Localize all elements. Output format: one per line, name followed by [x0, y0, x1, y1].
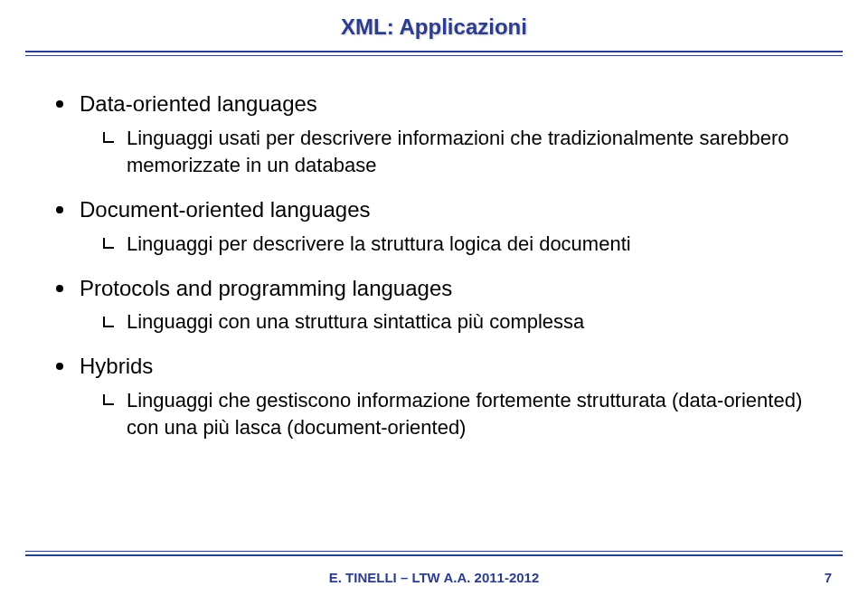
list-item-label: Data-oriented languages [80, 91, 317, 116]
list-subitem: Linguaggi che gestiscono informazione fo… [103, 387, 812, 443]
list-item: Document-oriented languages Linguaggi pe… [56, 194, 812, 258]
list-item: Hybrids Linguaggi che gestiscono informa… [56, 351, 812, 442]
list-item: Data-oriented languages Linguaggi usati … [56, 89, 812, 180]
list-item: Protocols and programming languages Ling… [56, 273, 812, 336]
footer-text: E. TINELLI – LTW A.A. 2011-2012 [329, 570, 540, 585]
footer: E. TINELLI – LTW A.A. 2011-2012 7 [0, 570, 868, 585]
slide-title: XML: Applicazioni [0, 0, 868, 40]
content-area: Data-oriented languages Linguaggi usati … [0, 56, 868, 442]
footer-divider [25, 551, 843, 556]
list-subitem-text: Linguaggi con una struttura sintattica p… [127, 310, 584, 333]
list-subitem-text: Linguaggi che gestiscono informazione fo… [127, 389, 802, 440]
list-item-label: Document-oriented languages [80, 197, 371, 222]
list-subitem-text: Linguaggi per descrivere la struttura lo… [127, 232, 631, 255]
list-subitem: Linguaggi per descrivere la struttura lo… [103, 231, 812, 259]
list-item-label: Protocols and programming languages [80, 276, 452, 300]
page-number: 7 [825, 570, 832, 585]
list-subitem: Linguaggi usati per descrivere informazi… [103, 125, 812, 181]
list-subitem: Linguaggi con una struttura sintattica p… [103, 308, 812, 336]
slide: XML: Applicazioni Data-oriented language… [0, 0, 868, 596]
list-subitem-text: Linguaggi usati per descrivere informazi… [127, 127, 789, 177]
list-item-label: Hybrids [80, 354, 153, 378]
